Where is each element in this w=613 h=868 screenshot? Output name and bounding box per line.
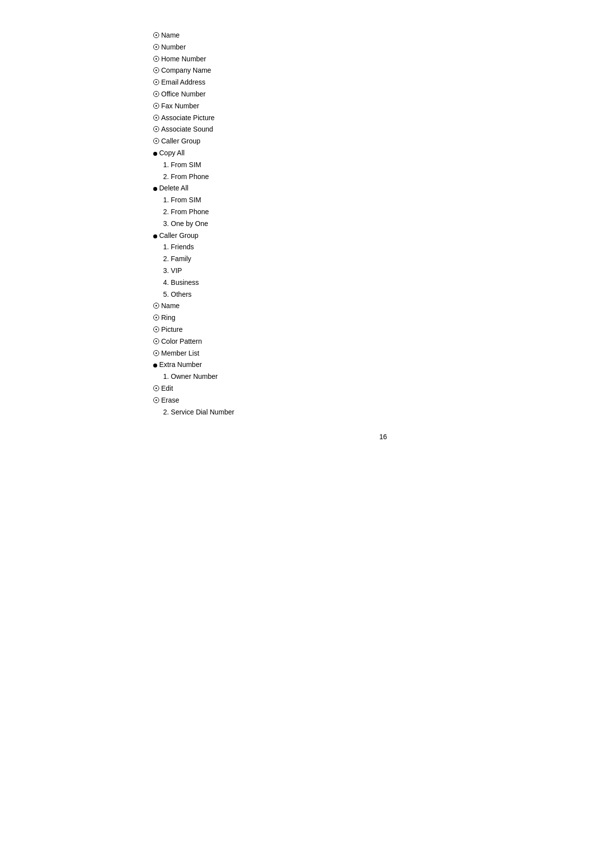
item-label: Office Number bbox=[161, 89, 206, 100]
list-item: 1. Friends bbox=[153, 241, 613, 253]
item-label: Fax Number bbox=[161, 100, 199, 112]
item-label: Name bbox=[161, 300, 179, 312]
list-item: 1. From SIM bbox=[153, 194, 613, 206]
list-item: Name bbox=[153, 30, 613, 42]
item-label: Ring bbox=[161, 312, 175, 324]
list-item: 3. One by One bbox=[153, 218, 613, 230]
list-item: Office Number bbox=[153, 89, 613, 100]
circle-icon bbox=[153, 326, 159, 332]
list-item: Copy All bbox=[153, 147, 613, 159]
bullet-icon bbox=[153, 234, 157, 238]
list-item: Company Name bbox=[153, 65, 613, 77]
list-item: Caller Group bbox=[153, 136, 613, 147]
list-item: Picture bbox=[153, 324, 613, 336]
item-label: Number bbox=[161, 42, 186, 53]
circle-icon bbox=[153, 397, 159, 403]
circle-icon bbox=[153, 315, 159, 320]
item-label: Associate Sound bbox=[161, 124, 213, 136]
circle-icon bbox=[153, 115, 159, 121]
item-label: 5. Others bbox=[163, 289, 192, 301]
item-label: Edit bbox=[161, 383, 173, 395]
item-label: Name bbox=[161, 30, 179, 42]
circle-icon bbox=[153, 303, 159, 309]
list-item: Fax Number bbox=[153, 100, 613, 112]
list-item: Extra Number bbox=[153, 359, 613, 371]
item-label: 1. From SIM bbox=[163, 159, 201, 171]
circle-icon bbox=[153, 32, 159, 38]
bullet-icon bbox=[153, 152, 157, 156]
list-item: Home Number bbox=[153, 53, 613, 65]
item-label: 1. From SIM bbox=[163, 194, 201, 206]
list-item: 3. VIP bbox=[153, 265, 613, 277]
list-item: 2. Service Dial Number bbox=[153, 407, 613, 418]
list-item: Associate Sound bbox=[153, 124, 613, 136]
list-item: Member List bbox=[153, 348, 613, 360]
item-label: Caller Group bbox=[161, 136, 200, 147]
item-label: 2. Service Dial Number bbox=[163, 407, 234, 418]
list-item: 5. Others bbox=[153, 289, 613, 301]
circle-icon bbox=[153, 44, 159, 50]
list-item: Edit bbox=[153, 383, 613, 395]
item-label: Copy All bbox=[159, 147, 184, 159]
item-label: Member List bbox=[161, 348, 199, 360]
item-label: Home Number bbox=[161, 53, 206, 65]
circle-icon bbox=[153, 67, 159, 73]
item-label: Email Address bbox=[161, 77, 205, 89]
item-label: Delete All bbox=[159, 183, 188, 194]
list-item: Delete All bbox=[153, 183, 613, 194]
circle-icon bbox=[153, 385, 159, 391]
list-item: Email Address bbox=[153, 77, 613, 89]
page-content: NameNumberHome NumberCompany NameEmail A… bbox=[0, 0, 613, 470]
list-item: 2. From Phone bbox=[153, 206, 613, 218]
circle-icon bbox=[153, 338, 159, 344]
list-item: Associate Picture bbox=[153, 112, 613, 124]
item-label: Company Name bbox=[161, 65, 211, 77]
circle-icon bbox=[153, 79, 159, 85]
item-label: 3. VIP bbox=[163, 265, 182, 277]
bullet-icon bbox=[153, 364, 157, 367]
list-item: Name bbox=[153, 300, 613, 312]
item-label: Color Pattern bbox=[161, 336, 202, 348]
item-label: 3. One by One bbox=[163, 218, 208, 230]
list-item: Ring bbox=[153, 312, 613, 324]
item-label: 2. From Phone bbox=[163, 206, 209, 218]
menu-list: NameNumberHome NumberCompany NameEmail A… bbox=[153, 30, 613, 418]
item-label: 2. From Phone bbox=[163, 171, 209, 183]
list-item: 4. Business bbox=[153, 277, 613, 289]
circle-icon bbox=[153, 138, 159, 144]
item-label: 2. Family bbox=[163, 253, 191, 265]
list-item: Number bbox=[153, 42, 613, 53]
list-item: 2. Family bbox=[153, 253, 613, 265]
item-label: Picture bbox=[161, 324, 183, 336]
list-item: 1. From SIM bbox=[153, 159, 613, 171]
circle-icon bbox=[153, 91, 159, 97]
list-item: Color Pattern bbox=[153, 336, 613, 348]
item-label: Associate Picture bbox=[161, 112, 215, 124]
page-number: 16 bbox=[153, 433, 613, 441]
circle-icon bbox=[153, 350, 159, 356]
list-item: Erase bbox=[153, 395, 613, 407]
list-item: Caller Group bbox=[153, 230, 613, 242]
circle-icon bbox=[153, 56, 159, 62]
item-label: 1. Owner Number bbox=[163, 371, 218, 383]
list-item: 1. Owner Number bbox=[153, 371, 613, 383]
item-label: Extra Number bbox=[159, 359, 202, 371]
circle-icon bbox=[153, 103, 159, 109]
item-label: Caller Group bbox=[159, 230, 198, 242]
item-label: 4. Business bbox=[163, 277, 199, 289]
circle-icon bbox=[153, 126, 159, 132]
list-item: 2. From Phone bbox=[153, 171, 613, 183]
item-label: Erase bbox=[161, 395, 179, 407]
item-label: 1. Friends bbox=[163, 241, 194, 253]
bullet-icon bbox=[153, 187, 157, 191]
